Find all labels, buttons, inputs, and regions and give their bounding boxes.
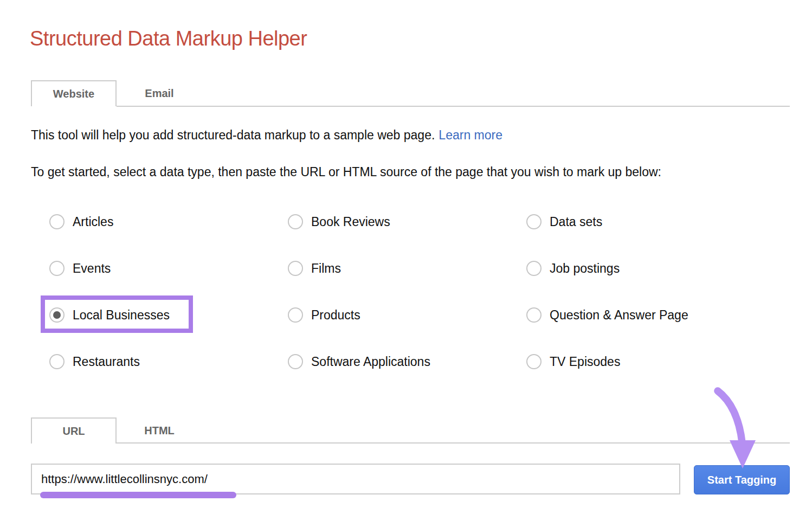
- radio-label: Events: [73, 261, 111, 276]
- radio-label: Job postings: [550, 261, 620, 276]
- tab-html[interactable]: HTML: [117, 417, 202, 444]
- structured-data-markup-helper-page: Structured Data Markup Helper Website Em…: [0, 0, 812, 527]
- radio-label: Data sets: [550, 215, 602, 229]
- intro-text: This tool will help you add structured-d…: [31, 128, 502, 143]
- radio-circle-icon: [288, 261, 303, 276]
- tab-html-label: HTML: [144, 425, 175, 437]
- radio-films[interactable]: Films: [288, 259, 341, 278]
- radio-circle-icon: [288, 307, 303, 323]
- curved-arrow-icon: [707, 380, 767, 473]
- radio-events[interactable]: Events: [49, 259, 111, 278]
- radio-circle-icon: [49, 214, 65, 229]
- radio-label: TV Episodes: [550, 355, 620, 369]
- radio-label: Software Applications: [311, 355, 430, 369]
- radio-question-answer-page[interactable]: Question & Answer Page: [526, 306, 688, 324]
- radio-label: Question & Answer Page: [550, 308, 688, 323]
- radio-circle-icon: [526, 354, 542, 369]
- radio-tv-episodes[interactable]: TV Episodes: [526, 352, 620, 371]
- radio-label: Restaurants: [73, 355, 140, 369]
- main-tabs-divider: [117, 106, 790, 107]
- tab-website-label: Website: [53, 88, 94, 100]
- radio-label: Articles: [73, 215, 113, 229]
- start-tagging-button[interactable]: Start Tagging: [694, 465, 790, 494]
- radio-circle-icon: [288, 354, 303, 369]
- radio-label: Products: [311, 308, 360, 323]
- radio-articles[interactable]: Articles: [49, 213, 113, 231]
- source-tabs-divider: [117, 442, 790, 444]
- radio-circle-icon: [526, 261, 542, 276]
- tab-url-label: URL: [62, 425, 85, 438]
- instruction-text: To get started, select a data type, then…: [31, 165, 661, 179]
- radio-job-postings[interactable]: Job postings: [526, 259, 620, 278]
- radio-products[interactable]: Products: [288, 306, 360, 324]
- page-title: Structured Data Markup Helper: [30, 27, 307, 50]
- radio-restaurants[interactable]: Restaurants: [49, 352, 140, 371]
- radio-software-applications[interactable]: Software Applications: [288, 352, 430, 371]
- radio-circle-icon: [526, 214, 542, 229]
- tab-website[interactable]: Website: [31, 80, 117, 106]
- tab-email-label: Email: [145, 87, 173, 100]
- radio-selected-icon: [49, 307, 65, 323]
- radio-label: Local Businesses: [73, 308, 170, 323]
- radio-circle-icon: [288, 214, 303, 229]
- radio-data-sets[interactable]: Data sets: [526, 213, 602, 231]
- radio-local-businesses[interactable]: Local Businesses: [49, 306, 170, 324]
- learn-more-link[interactable]: Learn more: [439, 128, 502, 142]
- radio-label: Book Reviews: [311, 215, 390, 229]
- radio-label: Films: [311, 261, 341, 276]
- radio-circle-icon: [49, 354, 65, 369]
- url-input[interactable]: [31, 464, 680, 494]
- url-underline-annotation: [40, 492, 236, 498]
- tab-url[interactable]: URL: [31, 417, 117, 444]
- radio-circle-icon: [49, 261, 65, 276]
- radio-circle-icon: [526, 307, 542, 323]
- intro-sentence: This tool will help you add structured-d…: [31, 128, 435, 142]
- radio-book-reviews[interactable]: Book Reviews: [288, 213, 390, 231]
- tab-email[interactable]: Email: [117, 80, 202, 106]
